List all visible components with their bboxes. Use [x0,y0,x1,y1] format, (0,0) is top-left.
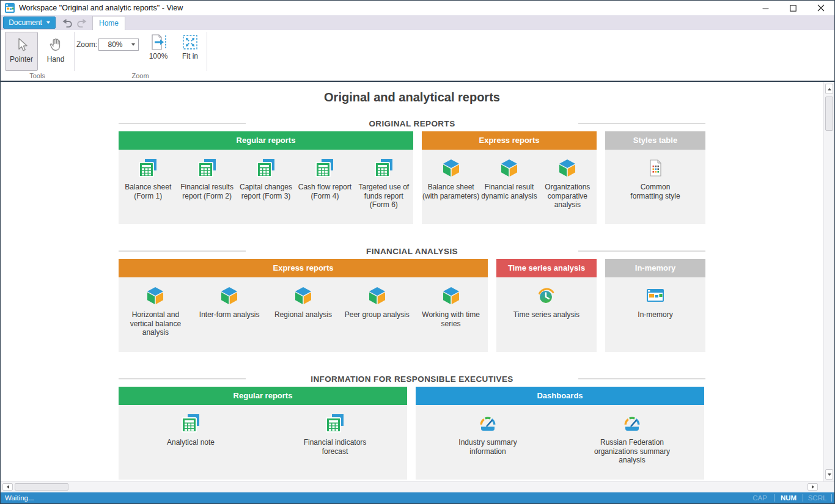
section-heading: ORIGINAL REPORTS [119,119,705,128]
report-item-label: Cash flow report (Form 4) [295,183,354,200]
window-controls [752,1,834,15]
report-item[interactable]: Balance sheet (with parameters) [422,150,480,200]
report-item-label: Peer group analysis [345,310,410,320]
report-card: Regular reportsBalance sheet (Form 1)Fin… [119,131,413,224]
report-item-label: Financial results report (Form 2) [178,183,237,200]
section-heading-label: INFORMATION FOR RESPONSIBLE EXECUTIVES [246,374,578,384]
fit-in-button[interactable]: Fit in [178,34,202,60]
scroll-up-button[interactable] [825,84,833,94]
style-icon [645,158,666,178]
scroll-left-button[interactable] [2,483,13,491]
chevron-down-icon [46,21,50,24]
report-item[interactable]: Inter-form analysis [193,277,267,320]
report-item-label: Organizations comparative analysis [539,183,597,210]
document-menu-label: Document [9,18,42,27]
card-header: Express reports [422,131,597,150]
close-button[interactable] [807,1,834,15]
report-item[interactable]: Capital changes report (Form 3) [237,150,295,200]
horizontal-scroll-thumb[interactable] [15,483,68,491]
divider [119,123,246,124]
card-row: Regular reportsAnalytical noteFinancial … [119,387,705,480]
triangle-right-icon [812,485,814,489]
report-item[interactable]: Common formatting style [605,150,705,200]
card-body: In-memory [605,277,705,352]
report-item-label: Targeted use of funds report (Form 6) [355,183,413,210]
report-item[interactable]: Financial indicators forecast [263,405,407,456]
report-item[interactable]: Targeted use of funds report (Form 6) [355,150,413,210]
vertical-scroll-thumb[interactable] [825,97,833,131]
fit-in-label: Fit in [182,52,198,60]
cube-icon [293,285,314,306]
ribbon: Pointer Hand Zoom: 80% [1,30,834,82]
scroll-right-button[interactable] [807,483,818,491]
tab-home[interactable]: Home [92,16,125,30]
report-item[interactable]: Cash flow report (Form 4) [295,150,354,200]
report-item-label: Inter-form analysis [199,310,260,320]
cube-icon [219,285,240,306]
maximize-button[interactable] [779,1,807,15]
report-item[interactable]: Industry summary information [416,405,560,456]
report-item-label: Working with time series [417,310,485,328]
divider [831,494,832,502]
scroll-down-button[interactable] [825,469,833,480]
card-header: Styles table [605,131,705,150]
report-item[interactable]: Balance sheet (Form 1) [119,150,177,200]
report-item[interactable]: Peer group analysis [340,277,414,320]
document-area: Original and analytical reports ORIGINAL… [1,82,834,481]
report-item[interactable]: Analytical note [119,405,263,447]
vertical-scrollbar[interactable] [823,82,834,481]
status-indicator-num: NUM [774,494,803,502]
document-menu-button[interactable]: Document [3,16,56,29]
group-divider [74,32,75,71]
title-bar: Workspace "Original and analytic reports… [1,1,834,15]
zoom-combobox[interactable]: 80% [98,38,139,51]
close-icon [817,4,825,12]
redo-icon [76,17,87,28]
report-icon [197,158,218,178]
report-item-label: Common formatting style [630,183,680,200]
report-item-label: Capital changes report (Form 3) [237,183,295,200]
redo-button[interactable] [76,17,88,28]
report-item-label: Horizontal and vertical balance analysis [121,310,189,337]
report-card: In-memoryIn-memory [605,259,705,352]
card-header: Regular reports [119,387,407,405]
report-item[interactable]: In-memory [605,277,705,320]
zoom-100-button[interactable]: 100% [146,34,171,60]
report-item[interactable]: Financial result dynamic analysis [480,150,538,200]
report-item[interactable]: Time series analysis [496,277,597,320]
report-icon [180,413,201,434]
undo-button[interactable] [61,17,73,28]
report-item[interactable]: Working with time series [414,277,488,328]
status-indicators: CAPNUMSCRL [746,492,834,503]
window-icon [645,285,666,306]
cube-icon [499,158,520,178]
hand-tool-button[interactable]: Hand [39,32,72,71]
hand-label: Hand [47,55,65,64]
report-item[interactable]: Horizontal and vertical balance analysis [119,277,193,337]
report-item[interactable]: Organizations comparative analysis [539,150,597,210]
application-window: Workspace "Original and analytic reports… [0,0,835,504]
divider [119,378,246,379]
horizontal-scrollbar[interactable] [1,481,834,492]
pointer-tool-button[interactable]: Pointer [5,32,38,71]
cube-icon [367,285,388,306]
pointer-label: Pointer [10,55,33,64]
report-item[interactable]: Russian Federation organizations summary… [560,405,704,465]
report-item[interactable]: Financial results report (Form 2) [177,150,236,200]
minimize-button[interactable] [752,1,779,15]
card-body: Analytical noteFinancial indicators fore… [119,405,407,480]
card-body: Balance sheet (with parameters)Financial… [422,150,597,224]
cube-icon [441,285,462,306]
report-icon [256,158,276,178]
report-icon [314,158,335,178]
report-item-label: In-memory [638,310,672,320]
gauge-icon [622,413,642,434]
page-title: Original and analytical reports [119,89,705,105]
card-body: Horizontal and vertical balance analysis… [119,277,488,352]
report-item-label: Balance sheet (with parameters) [422,183,480,200]
report-item-label: Analytical note [167,438,215,447]
status-indicator-scrl: SCRL [803,494,831,502]
zoom-group-label: Zoom [74,72,207,79]
report-item[interactable]: Regional analysis [267,277,340,320]
gauge-icon [477,413,498,434]
